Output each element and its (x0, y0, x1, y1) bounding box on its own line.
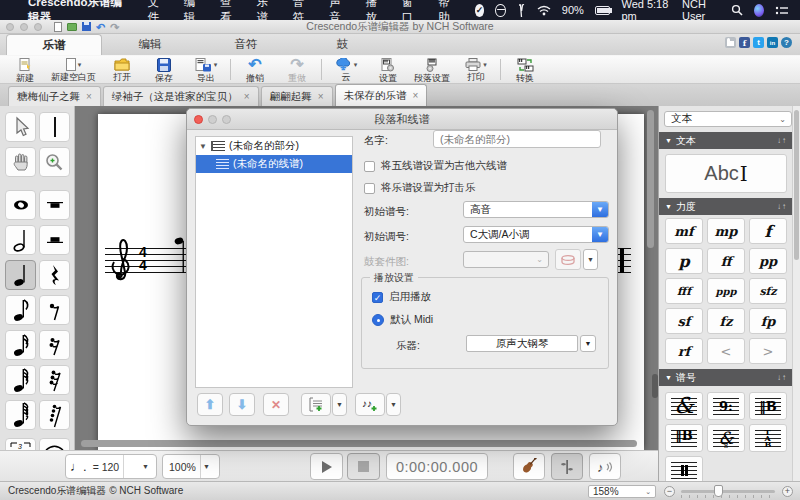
wifi-icon[interactable] (537, 5, 551, 16)
eighth-rest-tool[interactable] (39, 295, 70, 325)
doc-tab[interactable]: 糖梅仙子之舞× (8, 86, 101, 106)
dynamic-item[interactable]: mf (665, 218, 703, 244)
half-rest-tool[interactable] (39, 225, 70, 255)
select-tool[interactable] (5, 112, 36, 142)
stop-button[interactable] (347, 453, 380, 480)
settings-button[interactable]: 设置 (367, 56, 409, 83)
sixty-fourth-note-tool[interactable] (5, 400, 36, 430)
zoom-slider-thumb[interactable] (714, 485, 723, 497)
dialog-title-bar[interactable]: 段落和线谱 (187, 109, 617, 130)
redo-button[interactable]: ↷ 重做 (276, 56, 318, 83)
chevron-down-icon[interactable]: ▾ (214, 61, 218, 69)
section-header-text[interactable]: ▼ 文本 ↓↑ (659, 132, 793, 149)
dynamic-item[interactable]: fp (749, 308, 787, 334)
zoom-tool[interactable] (39, 147, 70, 177)
new-blank-page-button[interactable]: ▾ 新建空白页 (46, 56, 101, 83)
tempo-combo[interactable]: ♩. = 120 ▼ (65, 454, 157, 479)
sixteenth-note-tool[interactable] (5, 330, 36, 360)
help-icon[interactable]: ? (781, 37, 792, 48)
dynamic-item[interactable]: fz (707, 308, 745, 334)
thirty-second-rest-tool[interactable] (39, 365, 70, 395)
notification-center-icon[interactable] (775, 5, 788, 16)
doc-tab[interactable]: 绿袖子（这是谁家的宝贝）× (103, 86, 259, 106)
section-move-icons[interactable]: ↓↑ (777, 202, 787, 211)
initial-key-select[interactable]: C大调/A小调 ▼ (463, 226, 609, 243)
section-move-icons[interactable]: ↓↑ (777, 136, 787, 145)
panel-scrollbar[interactable] (792, 106, 800, 481)
open-button[interactable]: 打开 (101, 56, 143, 83)
section-header-dynamics[interactable]: ▼ 力度 ↓↑ (659, 198, 793, 215)
ribbon-tab-drums[interactable]: 鼓 (294, 34, 390, 55)
enable-playback-row[interactable]: ✓ 启用播放 (372, 290, 431, 304)
spotlight-icon[interactable] (731, 4, 743, 16)
instrument-button[interactable] (513, 453, 545, 480)
close-icon[interactable]: × (318, 91, 324, 102)
move-down-button[interactable]: ⬇ (229, 393, 255, 416)
doc-tab-active[interactable]: 未保存的乐谱× (335, 84, 428, 106)
tab-clef-item[interactable]: TAB (749, 424, 787, 452)
close-icon[interactable]: × (86, 91, 92, 102)
instrument-dropdown[interactable]: ▼ (580, 335, 596, 352)
dynamic-item[interactable]: mp (707, 218, 745, 244)
quarter-note-tool[interactable] (5, 260, 36, 290)
new-button[interactable]: 新建 (4, 56, 46, 83)
tenor-clef-item[interactable]: ‖B (665, 424, 703, 452)
tuning-fork-icon[interactable] (517, 4, 526, 17)
treble-8-clef-item[interactable]: &8 (707, 424, 745, 452)
close-icon[interactable]: × (244, 91, 250, 102)
quarter-rest-tool[interactable] (39, 260, 70, 290)
cloud-button[interactable]: ▾ 云 (325, 56, 367, 83)
delete-button[interactable]: ✕ (263, 393, 289, 416)
chevron-down-icon[interactable]: ▼ (200, 463, 213, 470)
dynamic-item[interactable]: fff (665, 278, 703, 304)
ribbon-tab-edit[interactable]: 编辑 (102, 34, 198, 55)
part-settings-button[interactable]: 段落设置 (409, 56, 455, 83)
barline-tool[interactable] (39, 112, 70, 142)
mixer-button[interactable] (551, 453, 583, 480)
vertical-scrollbar[interactable] (647, 110, 654, 248)
half-note-tool[interactable] (5, 225, 36, 255)
zoom-in-button[interactable]: + (782, 486, 793, 497)
doc-tab[interactable]: 翩翩起舞× (261, 86, 333, 106)
default-midi-row[interactable]: 默认 Midi (372, 313, 433, 327)
percussion-checkbox-row[interactable]: 将乐谱设置为打击乐 (364, 181, 476, 195)
dynamic-item[interactable]: pp (749, 248, 787, 274)
symbol-category-select[interactable]: 文本 ⌄ (664, 111, 792, 127)
add-staff-button[interactable]: ♪♪ (355, 393, 385, 416)
hand-tool[interactable] (5, 147, 36, 177)
convert-button[interactable]: 转换 (504, 56, 546, 83)
siri-icon[interactable] (754, 4, 764, 17)
twitter-icon[interactable]: t (753, 37, 764, 48)
ribbon-tab-notes[interactable]: 音符 (198, 34, 294, 55)
zoom-out-button[interactable]: − (664, 486, 675, 497)
checkbox-unchecked[interactable] (364, 183, 375, 194)
close-icon[interactable]: × (413, 90, 419, 101)
tree-item-part[interactable]: ▼ (未命名的部分) (196, 137, 352, 155)
zoom-level-combo[interactable]: 158% ⌄ (588, 485, 656, 498)
initial-clef-select[interactable]: 高音 ▼ (463, 201, 609, 218)
section-move-icons[interactable]: ↓↑ (777, 373, 787, 382)
quick-save-icon[interactable] (82, 22, 91, 31)
thirty-second-note-tool[interactable] (5, 365, 36, 395)
play-button[interactable] (310, 453, 343, 480)
like-icon[interactable] (725, 37, 736, 48)
dynamic-item[interactable]: sfz (749, 278, 787, 304)
playback-zoom-combo[interactable]: 100% ▼ (162, 454, 220, 479)
drumkit-dropdown[interactable]: ▼ (583, 249, 598, 270)
chevron-down-icon[interactable]: ▾ (354, 61, 358, 69)
dynamic-item[interactable]: p (665, 248, 703, 274)
alto-clef-item[interactable]: ‖B (749, 392, 787, 420)
decrescendo-hairpin-item[interactable]: > (749, 338, 787, 364)
guitar-tab-checkbox-row[interactable]: 将五线谱设置为吉他六线谱 (364, 159, 507, 173)
tree-item-staff-selected[interactable]: (未命名的线谱) (196, 155, 352, 173)
checkbox-unchecked[interactable] (364, 161, 375, 172)
dynamic-item[interactable]: sf (665, 308, 703, 334)
dynamic-item[interactable]: ppp (707, 278, 745, 304)
sixteenth-rest-tool[interactable] (39, 330, 70, 360)
treble-clef-item[interactable]: & (665, 392, 703, 420)
print-button[interactable]: ▾ 打印 (455, 56, 497, 83)
whole-rest-tool[interactable] (39, 190, 70, 220)
radio-selected[interactable] (372, 314, 384, 326)
crescendo-hairpin-item[interactable]: < (707, 338, 745, 364)
eighth-note-tool[interactable] (5, 295, 36, 325)
